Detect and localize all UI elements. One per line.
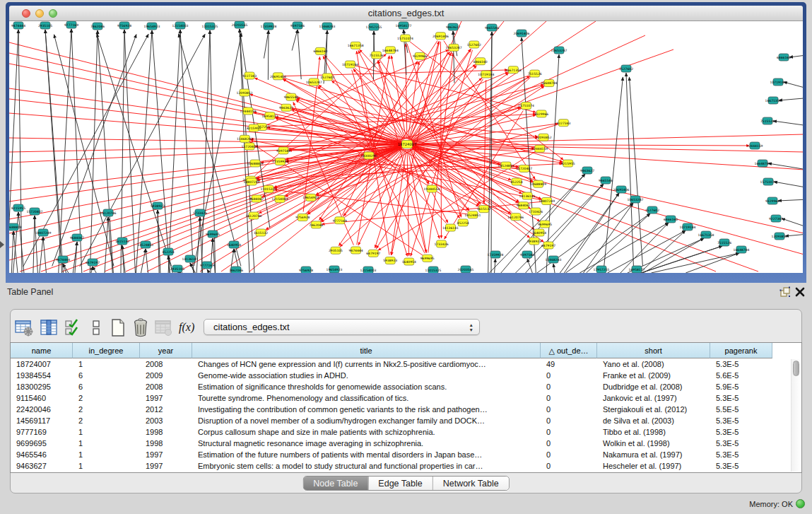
graph-edge[interactable] <box>408 62 419 139</box>
graph-node[interactable]: 19384554 <box>424 185 440 192</box>
graph-edge[interactable] <box>411 148 529 238</box>
graph-node[interactable]: 12444159 <box>747 142 763 149</box>
graph-node[interactable]: 17957255 <box>594 266 610 273</box>
graph-edge[interactable] <box>267 114 536 127</box>
graph-node[interactable]: 7462046 <box>90 23 105 30</box>
graph-node[interactable]: 1733426 <box>193 209 207 216</box>
graph-node[interactable]: 16671358 <box>698 231 714 238</box>
graph-edge[interactable] <box>779 98 803 100</box>
graph-node[interactable]: 6466160 <box>473 58 488 65</box>
graph-node[interactable]: 2935105 <box>329 247 343 254</box>
graph-edge[interactable] <box>13 231 18 273</box>
graph-edge[interactable] <box>785 234 803 236</box>
graph-edge[interactable] <box>579 223 669 273</box>
graph-node[interactable]: 6479197 <box>86 259 100 266</box>
graph-edge[interactable] <box>9 144 407 201</box>
graph-node[interactable]: 1733426 <box>529 208 543 215</box>
graph-node[interactable]: 9465546 <box>599 177 613 184</box>
graph-node[interactable]: 6466160 <box>313 47 327 54</box>
graph-edge[interactable] <box>141 249 146 273</box>
table-row[interactable]: 946554611997Estimation of the future num… <box>11 449 791 460</box>
table-row[interactable]: 1872400712008Changes of HCN gene express… <box>11 358 791 370</box>
table-row[interactable]: 1830029562008Estimation of significance … <box>11 381 791 392</box>
graph-node[interactable]: 9777169 <box>333 217 347 224</box>
graph-node[interactable]: 1527602 <box>619 65 633 72</box>
graph-node[interactable]: 6479197 <box>541 242 555 249</box>
graph-edge[interactable] <box>180 30 194 273</box>
graph-edge[interactable] <box>782 218 803 226</box>
column-header-short[interactable]: short <box>597 343 710 358</box>
graph-edge[interactable] <box>9 99 407 144</box>
graph-node[interactable]: 10653287 <box>551 47 567 54</box>
graph-node[interactable]: 9397586 <box>276 147 290 154</box>
graph-edge[interactable] <box>264 30 269 59</box>
graph-edge[interactable] <box>9 144 407 260</box>
graph-node[interactable]: 17359928 <box>261 23 277 30</box>
graph-node[interactable]: 9227343 <box>556 119 570 127</box>
column-header-title[interactable]: title <box>192 343 541 358</box>
graph-edge[interactable] <box>136 30 152 273</box>
graph-edge[interactable] <box>583 203 633 273</box>
table-row[interactable]: 1938455462009Genome-wide association stu… <box>11 370 791 381</box>
graph-node[interactable]: 17359928 <box>272 158 288 165</box>
graph-node[interactable]: 6466160 <box>664 216 678 223</box>
graph-edge[interactable] <box>9 88 407 144</box>
graph-node[interactable]: 1640954 <box>227 241 241 248</box>
graph-node[interactable]: 15751074 <box>760 178 777 185</box>
graph-edge[interactable] <box>773 121 803 125</box>
graph-node[interactable]: 452254 <box>510 178 522 185</box>
graph-node[interactable]: 10719184 <box>770 78 787 86</box>
graph-node[interactable]: 17957255 <box>366 23 382 30</box>
graph-node[interactable]: 15720407 <box>27 208 43 215</box>
graph-node[interactable]: 10653287 <box>306 78 322 86</box>
graph-edge[interactable] <box>629 77 642 266</box>
graph-edge[interactable] <box>778 199 803 201</box>
graph-node[interactable]: 8215955 <box>561 160 575 167</box>
graph-node[interactable]: 9329966 <box>765 197 779 204</box>
graph-node[interactable]: 16648784 <box>734 246 750 253</box>
graph-edge[interactable] <box>789 55 803 57</box>
graph-node[interactable]: 5938923 <box>151 202 165 209</box>
graph-edge[interactable] <box>283 70 507 76</box>
graph-node[interactable]: 10688809 <box>530 180 546 187</box>
rows-icon[interactable] <box>87 318 107 337</box>
graph-node[interactable]: 19654923 <box>326 266 343 273</box>
graph-node[interactable]: 20691406 <box>270 73 286 80</box>
graph-edge[interactable] <box>43 237 46 273</box>
graph-node[interactable]: 16648784 <box>755 160 771 167</box>
graph-node[interactable]: 1615132 <box>254 229 268 236</box>
graph-node[interactable]: 5938923 <box>383 257 397 264</box>
function-builder-icon[interactable]: f(x) <box>179 321 199 340</box>
graph-node[interactable]: 9463627 <box>446 23 460 30</box>
graph-edge[interactable] <box>207 269 209 273</box>
graph-node[interactable]: 18807249 <box>35 229 52 236</box>
graph-node[interactable]: 20203565 <box>458 266 474 273</box>
graph-node[interactable]: 6466160 <box>777 54 791 61</box>
graph-edge[interactable] <box>784 82 803 88</box>
graph-node[interactable]: 9227343 <box>769 215 783 222</box>
graph-edge[interactable] <box>406 44 407 139</box>
column-header-year[interactable]: year <box>140 343 192 358</box>
table-row[interactable]: 1456911722003Disruption of a novel membe… <box>11 415 791 426</box>
graph-node[interactable]: 9777169 <box>64 21 78 28</box>
column-header-pagerank[interactable]: pagerank <box>710 343 772 358</box>
close-window-button[interactable] <box>22 9 30 18</box>
graph-node[interactable]: 9699695 <box>420 255 435 262</box>
table-settings-icon[interactable] <box>14 318 34 337</box>
graph-node[interactable]: 2935105 <box>38 22 52 29</box>
graph-node[interactable]: 7515526 <box>717 239 731 246</box>
graph-node[interactable]: 7515526 <box>760 117 775 124</box>
graph-node[interactable]: 9756928 <box>299 267 313 273</box>
graph-edge[interactable] <box>121 30 124 273</box>
graph-node[interactable]: 10719184 <box>342 61 358 68</box>
graph-node[interactable]: 7515526 <box>370 52 384 59</box>
graph-node[interactable]: 9397586 <box>290 22 305 29</box>
graph-node[interactable]: 9465546 <box>284 93 298 100</box>
graph-edge[interactable] <box>553 264 555 273</box>
table-row[interactable]: 911546021997Tourette syndrome. Phenomeno… <box>11 392 791 404</box>
graph-node[interactable]: 14524851 <box>464 211 481 218</box>
graph-node[interactable]: 15720407 <box>242 143 258 150</box>
graph-node[interactable]: 9684067 <box>70 234 84 241</box>
graph-edge[interactable] <box>91 267 93 273</box>
column-header-in_degree[interactable]: in_degree <box>73 343 140 358</box>
